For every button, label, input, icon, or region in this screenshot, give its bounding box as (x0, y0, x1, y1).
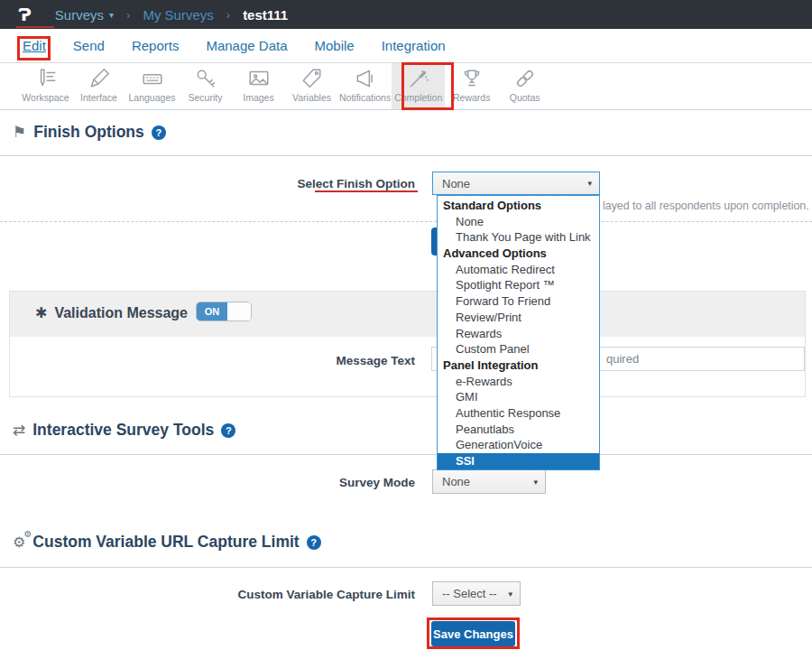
dropdown-option-gmi[interactable]: GMI (438, 389, 599, 405)
megaphone-icon (354, 66, 377, 91)
toolbar-item-rewards[interactable]: Rewards (445, 63, 498, 109)
dropdown-option-automatic-redirect[interactable]: Automatic Redirect (438, 262, 599, 278)
tag-icon (300, 66, 324, 91)
toolbar-item-label: Security (189, 92, 223, 103)
magic-wand-icon (407, 66, 430, 91)
asterisk-icon: ✱ (35, 304, 47, 321)
toolbar-item-interface[interactable]: Interface (72, 63, 125, 109)
help-icon[interactable]: ? (152, 125, 166, 140)
edit-icon-toolbar: Workspace Interface Languages Security I… (0, 63, 812, 110)
dropdown-option-none[interactable]: None (438, 214, 599, 230)
section-title-text: Custom Variable URL Capture Limit (32, 533, 299, 552)
custom-variable-header: ⚙⚙ Custom Variable URL Capture Limit ? (13, 533, 321, 552)
select-finish-option-label: Select Finish Option (297, 177, 415, 190)
toolbar-item-languages[interactable]: Languages (125, 63, 179, 109)
message-text-label: Message Text (336, 354, 415, 367)
pencil-list-icon (34, 66, 58, 91)
message-text-value: quired (606, 348, 639, 370)
dropdown-option-review-print[interactable]: Review/Print (438, 310, 599, 326)
dropdown-option-forward-to-friend[interactable]: Forward To Friend (438, 293, 599, 310)
breadcrumb-surveys[interactable]: Surveys (55, 7, 104, 23)
toggle-on-label: ON (197, 302, 227, 320)
key-icon (194, 66, 217, 91)
finish-option-dropdown-list: Standard Options None Thank You Page wit… (437, 195, 600, 470)
finish-options-header: ⚑ Finish Options ? (13, 123, 166, 142)
survey-mode-select[interactable]: None ▾ (432, 469, 546, 494)
dropdown-group-header: Advanced Options (438, 246, 599, 262)
toolbar-item-completion[interactable]: Completion (392, 63, 445, 109)
image-icon (247, 66, 271, 91)
help-icon[interactable]: ? (221, 423, 235, 438)
select-arrow-icon: ▾ (533, 478, 538, 487)
dashed-divider (0, 221, 812, 222)
section-title-text: Finish Options (33, 123, 144, 142)
interactive-tools-header: ⇄ Interactive Survey Tools ? (13, 421, 235, 440)
toolbar-item-label: Quotas (510, 92, 540, 103)
divider (0, 155, 812, 156)
toolbar-item-variables[interactable]: Variables (285, 63, 338, 109)
dropdown-option-ssi[interactable]: SSI (438, 453, 599, 469)
toolbar-item-security[interactable]: Security (179, 63, 232, 109)
dropdown-option-peanutlabs[interactable]: Peanutlabs (438, 422, 599, 438)
page: Ɂ Surveys ▾ › My Surveys › test111 Edit … (0, 0, 812, 650)
select-value: None (442, 475, 470, 488)
tab-send[interactable]: Send (73, 38, 105, 53)
divider (0, 567, 812, 568)
capture-limit-select[interactable]: -- Select -- ▾ (432, 581, 521, 606)
toggle-knob (227, 302, 251, 320)
select-value: -- Select -- (442, 587, 497, 600)
section-title-text: Interactive Survey Tools (32, 421, 214, 440)
tab-manage-data[interactable]: Manage Data (206, 38, 287, 53)
dropdown-option-generationvoice[interactable]: GenerationVoice (438, 437, 599, 453)
dropdown-option-authentic-response[interactable]: Authentic Response (438, 405, 599, 422)
exchange-arrows-icon: ⇄ (13, 421, 25, 440)
breadcrumb-separator: › (126, 8, 130, 22)
finish-helper-text: layed to all respondents upon completion… (603, 200, 809, 212)
toolbar-item-quotas[interactable]: Quotas (498, 63, 551, 109)
toolbar-item-label: Languages (129, 92, 176, 103)
toolbar-item-workspace[interactable]: Workspace (19, 63, 72, 109)
toolbar-item-label: Rewards (453, 92, 490, 103)
select-arrow-icon: ▾ (587, 179, 592, 188)
keyboard-icon (141, 66, 164, 91)
tab-reports[interactable]: Reports (132, 38, 180, 53)
tab-edit[interactable]: Edit (23, 38, 46, 53)
toolbar-item-label: Variables (292, 92, 331, 103)
dropdown-group-header: Standard Options (438, 198, 599, 214)
help-icon[interactable]: ? (307, 535, 321, 550)
validation-message-panel: ✱ Validation Message ON (9, 291, 806, 397)
tab-integration[interactable]: Integration (382, 38, 446, 53)
save-changes-button[interactable]: Save Changes (431, 621, 515, 646)
toolbar-item-images[interactable]: Images (232, 63, 285, 109)
chain-icon (513, 66, 537, 91)
breadcrumb-my-surveys[interactable]: My Surveys (143, 7, 213, 23)
chevron-down-icon: ▾ (109, 10, 114, 20)
tab-mobile[interactable]: Mobile (315, 38, 355, 53)
select-arrow-icon: ▾ (508, 590, 512, 599)
gears-icon: ⚙⚙ (13, 534, 25, 551)
validation-toggle[interactable]: ON (196, 302, 252, 321)
survey-mode-label: Survey Mode (339, 476, 415, 489)
dropdown-option-e-rewards[interactable]: e-Rewards (438, 374, 599, 390)
annotation-underline-select-finish (315, 190, 418, 192)
finish-option-select[interactable]: None ▾ (432, 172, 600, 195)
toolbar-item-label: Completion (394, 92, 442, 103)
select-value: None (442, 177, 470, 190)
toolbar-item-notifications[interactable]: Notifications (338, 63, 392, 109)
capture-limit-label: Custom Variable Capture Limit (237, 588, 415, 601)
pen-icon (88, 66, 111, 91)
breadcrumb-survey-name: test111 (243, 7, 288, 23)
main-tab-bar: Edit Send Reports Manage Data Mobile Int… (0, 29, 812, 63)
toolbar-item-label: Images (243, 92, 273, 103)
dropdown-option-custom-panel[interactable]: Custom Panel (438, 341, 599, 358)
toolbar-item-label: Workspace (22, 92, 69, 103)
validation-title: ✱ Validation Message (35, 304, 188, 321)
divider (0, 454, 812, 455)
annotation-underline-logo (16, 26, 54, 28)
dropdown-option-thank-you-page[interactable]: Thank You Page with Link (438, 229, 599, 246)
dropdown-option-spotlight-report[interactable]: Spotlight Report ™ (438, 277, 599, 293)
dropdown-option-rewards[interactable]: Rewards (438, 326, 599, 342)
brand-logo[interactable]: Ɂ (18, 5, 32, 24)
flag-icon: ⚑ (13, 123, 26, 142)
validation-panel-header: ✱ Validation Message ON (10, 292, 805, 337)
